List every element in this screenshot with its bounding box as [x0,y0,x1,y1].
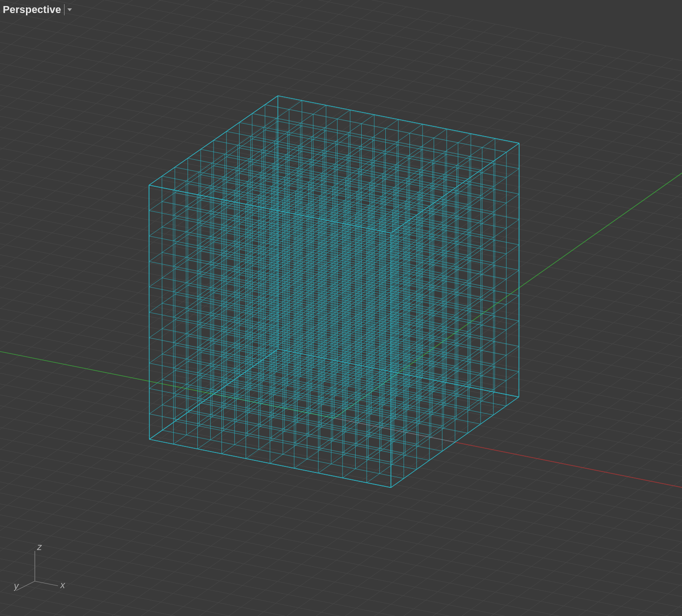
viewport-label: Perspective [3,4,75,16]
perspective-viewport[interactable]: Perspective x y z [0,0,682,616]
chevron-down-icon [66,7,73,13]
viewport-title: Perspective [3,4,64,16]
viewport-menu-button[interactable] [64,4,75,15]
voxel-wireframe-canvas [0,0,682,616]
